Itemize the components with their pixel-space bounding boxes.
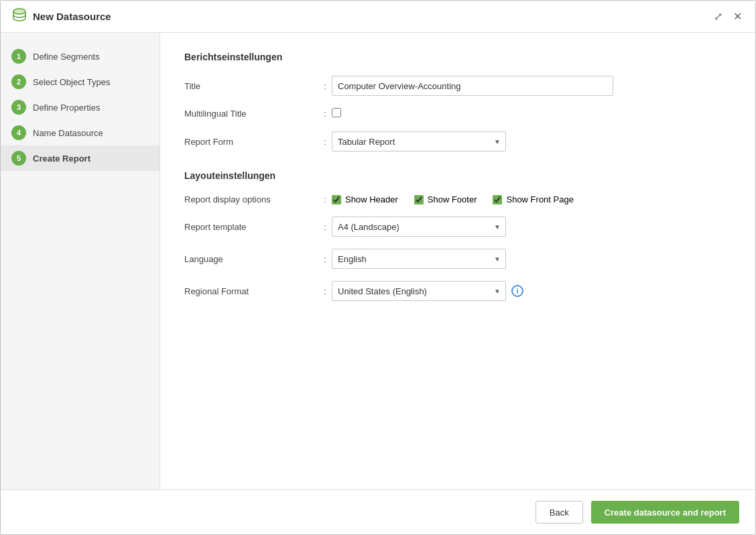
sidebar-item-name-datasource[interactable]: 4 Name Datasource (1, 120, 160, 145)
show-footer-label: Show Footer (428, 194, 477, 204)
back-button[interactable]: Back (536, 501, 583, 524)
step-badge-4: 4 (11, 125, 26, 140)
title-colon: : (318, 81, 332, 91)
language-label: Language (184, 254, 318, 264)
report-template-control-area: A4 (Landscape) A4 (Portrait) Letter (Lan… (332, 217, 731, 237)
language-select-wrapper: English German French Spanish ▼ (332, 249, 506, 269)
sidebar-item-define-segments[interactable]: 1 Define Segments (1, 44, 160, 69)
expand-button[interactable]: ⤢ (711, 10, 725, 23)
report-display-colon: : (318, 194, 332, 204)
title-row: Title : (184, 76, 731, 96)
report-template-select-wrapper: A4 (Landscape) A4 (Portrait) Letter (Lan… (332, 217, 506, 237)
main-content: 1 Define Segments 2 Select Object Types … (1, 33, 755, 489)
window: New Datasource ⤢ ✕ 1 Define Segments 2 S… (0, 0, 756, 535)
sidebar-label-3: Define Properties (33, 103, 100, 113)
show-front-page-label: Show Front Page (506, 194, 573, 204)
report-template-select[interactable]: A4 (Landscape) A4 (Portrait) Letter (Lan… (332, 217, 506, 237)
multilingual-row: Multilingual Title : (184, 108, 731, 119)
sidebar-item-define-properties[interactable]: 3 Define Properties (1, 95, 160, 120)
window-title: New Datasource (33, 11, 111, 22)
datasource-icon (11, 7, 27, 25)
language-colon: : (318, 254, 332, 264)
sidebar-label-5: Create Report (33, 154, 90, 164)
report-display-row: Report display options : Show Header Sho… (184, 194, 731, 204)
show-footer-wrapper[interactable]: Show Footer (414, 194, 477, 204)
multilingual-control-area (332, 108, 731, 119)
title-label: Title (184, 81, 318, 91)
regional-format-info-icon[interactable]: i (511, 285, 523, 297)
step-badge-1: 1 (11, 49, 26, 64)
report-display-control-area: Show Header Show Footer Show Front Page (332, 194, 731, 204)
sidebar-label-1: Define Segments (33, 52, 100, 62)
layouteinstellungen-title: Layouteinstellungen (184, 170, 731, 181)
report-form-colon: : (318, 137, 332, 147)
svg-point-0 (13, 9, 25, 14)
sidebar: 1 Define Segments 2 Select Object Types … (1, 33, 160, 489)
step-badge-5: 5 (11, 151, 26, 166)
regional-format-select-wrapper: United States (English) Germany (German)… (332, 281, 506, 301)
report-form-label: Report Form (184, 137, 318, 147)
title-bar-controls: ⤢ ✕ (711, 10, 745, 23)
language-row: Language : English German French Spanish… (184, 249, 731, 269)
multilingual-label: Multilingual Title (184, 109, 318, 119)
regional-format-control-area: United States (English) Germany (German)… (332, 281, 731, 301)
report-form-select-wrapper: Tabular Report Matrix Report List Report… (332, 131, 506, 152)
title-control-area (332, 76, 731, 96)
layout-section: Layouteinstellungen Report display optio… (184, 170, 731, 301)
show-front-page-wrapper[interactable]: Show Front Page (493, 194, 573, 204)
sidebar-label-2: Select Object Types (33, 77, 110, 87)
sidebar-item-create-report[interactable]: 5 Create Report (1, 145, 160, 171)
title-bar-left: New Datasource (11, 7, 111, 25)
show-front-page-checkbox[interactable] (493, 195, 502, 204)
report-form-control-area: Tabular Report Matrix Report List Report… (332, 131, 731, 152)
regional-format-select[interactable]: United States (English) Germany (German)… (332, 281, 506, 301)
report-template-row: Report template : A4 (Landscape) A4 (Por… (184, 217, 731, 237)
regional-format-row: Regional Format : United States (English… (184, 281, 731, 301)
sidebar-item-select-object-types[interactable]: 2 Select Object Types (1, 69, 160, 95)
berichtseinstellungen-title: Berichtseinstellungen (184, 52, 731, 62)
title-input[interactable] (332, 76, 613, 96)
close-button[interactable]: ✕ (731, 10, 745, 23)
show-header-checkbox[interactable] (332, 195, 341, 204)
title-bar: New Datasource ⤢ ✕ (1, 1, 755, 33)
regional-format-colon: : (318, 286, 332, 296)
language-select[interactable]: English German French Spanish (332, 249, 506, 269)
content-area: Berichtseinstellungen Title : Multilingu… (160, 33, 755, 489)
multilingual-checkbox[interactable] (332, 108, 341, 117)
multilingual-colon: : (318, 109, 332, 119)
report-template-label: Report template (184, 222, 318, 232)
create-button[interactable]: Create datasource and report (591, 501, 739, 524)
display-options-area: Show Header Show Footer Show Front Page (332, 194, 731, 204)
sidebar-label-4: Name Datasource (33, 128, 103, 138)
show-footer-checkbox[interactable] (414, 195, 424, 204)
language-control-area: English German French Spanish ▼ (332, 249, 731, 269)
step-badge-2: 2 (11, 74, 26, 89)
report-display-label: Report display options (184, 194, 318, 204)
footer-bar: Back Create datasource and report (1, 489, 755, 534)
report-form-select[interactable]: Tabular Report Matrix Report List Report (332, 131, 506, 152)
report-form-row: Report Form : Tabular Report Matrix Repo… (184, 131, 731, 152)
report-template-colon: : (318, 222, 332, 232)
step-badge-3: 3 (11, 100, 26, 115)
show-header-label: Show Header (345, 194, 398, 204)
show-header-wrapper[interactable]: Show Header (332, 194, 398, 204)
regional-format-wrapper: United States (English) Germany (German)… (332, 281, 731, 301)
regional-format-label: Regional Format (184, 286, 318, 296)
